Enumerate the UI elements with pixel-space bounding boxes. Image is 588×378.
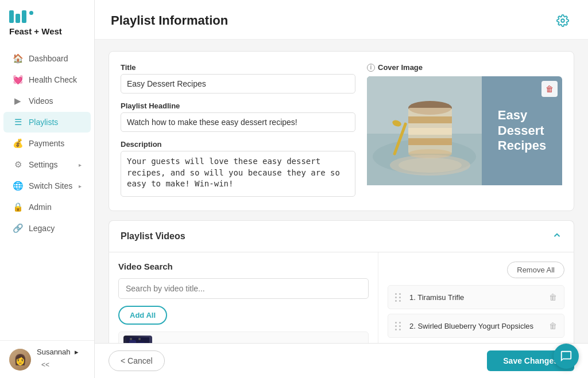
logo-icon <box>9 10 33 23</box>
headline-field: Playlist Headline <box>121 102 355 132</box>
delete-cover-button[interactable]: 🗑 <box>541 81 558 97</box>
user-name: Susannah ▸ <box>37 348 79 356</box>
sidebar-user-section: Susannah ▸ << <box>37 348 79 371</box>
logo-bar-3 <box>22 10 26 23</box>
cover-image-label: i Cover Image <box>367 63 562 72</box>
sidebar-item-settings[interactable]: ⚙ Settings ▸ <box>3 154 91 175</box>
title-label: Title <box>121 63 355 72</box>
sidebar-footer: 👩 Susannah ▸ << <box>0 340 94 378</box>
sidebar-item-label: Admin <box>29 202 52 212</box>
main-header: Playlist Information <box>95 0 588 40</box>
content-area: Title Playlist Headline Description Your… <box>95 40 588 378</box>
main-content: Playlist Information Title Playlist Head… <box>95 0 588 378</box>
logo-bar-2 <box>16 14 20 23</box>
playlist-videos-header: Playlist Videos <box>109 220 574 252</box>
video-search-input[interactable] <box>118 278 369 299</box>
list-item: 1. Tiramisu Trifle 🗑 <box>388 285 564 309</box>
globe-icon: 🌐 <box>13 181 23 191</box>
sidebar-item-playlists[interactable]: ☰ Playlists <box>3 112 91 133</box>
avatar: 👩 <box>9 349 31 371</box>
description-field: Description Your guests will love these … <box>121 140 355 199</box>
sidebar-item-switch-sites[interactable]: 🌐 Switch Sites ▸ <box>3 176 91 196</box>
avatar-image: 👩 <box>9 349 31 371</box>
cover-photo-left <box>367 76 482 185</box>
sidebar-item-legacy[interactable]: 🔗 Legacy <box>3 218 91 239</box>
svg-rect-8 <box>408 128 452 135</box>
svg-point-18 <box>138 338 141 340</box>
cover-image-area: i Cover Image <box>367 63 562 199</box>
description-label: Description <box>121 140 355 149</box>
logo-dot <box>29 11 33 15</box>
playlist-icon: ☰ <box>13 117 23 127</box>
sidebar-item-dashboard[interactable]: 🏠 Dashboard <box>3 48 91 69</box>
playlist-info-card: Title Playlist Headline Description Your… <box>109 51 574 211</box>
page-footer: < Cancel Save Changes <box>95 343 588 378</box>
svg-rect-7 <box>408 116 452 123</box>
chevron-right-icon: ▸ <box>79 183 82 189</box>
sidebar-item-videos[interactable]: ▶ Videos <box>3 91 91 111</box>
collapse-button[interactable]: << <box>37 358 79 371</box>
logo-bar-1 <box>9 10 14 23</box>
sidebar-nav: 🏠 Dashboard 💓 Health Check ▶ Videos ☰ Pl… <box>0 43 94 340</box>
sidebar-item-label: Playlists <box>29 118 58 127</box>
headline-input[interactable] <box>121 112 355 132</box>
svg-point-13 <box>399 158 462 173</box>
playlist-videos-title: Playlist Videos <box>121 231 185 241</box>
settings-gear-button[interactable] <box>554 11 572 30</box>
sidebar-item-label: Videos <box>29 96 53 106</box>
headline-label: Playlist Headline <box>121 102 355 110</box>
sidebar-item-payments[interactable]: 💰 Payments <box>3 133 91 154</box>
video-list-item-name: 2. Swirled Blueberry Yogurt Popsicles <box>409 322 541 330</box>
delete-video-button[interactable]: 🗑 <box>547 291 559 303</box>
drag-handle[interactable] <box>393 292 404 303</box>
cover-image-inner: Easy Dessert Recipes <box>367 76 562 185</box>
sidebar-item-label: Payments <box>29 139 64 148</box>
sidebar-item-label: Switch Sites <box>29 181 72 190</box>
svg-point-0 <box>561 19 564 22</box>
dessert-photo <box>367 76 482 185</box>
home-icon: 🏠 <box>13 53 23 64</box>
delete-video-button[interactable]: 🗑 <box>547 320 559 332</box>
drag-handle[interactable] <box>393 321 404 332</box>
video-search-title: Video Search <box>118 262 369 271</box>
list-item: 2. Swirled Blueberry Yogurt Popsicles 🗑 <box>388 314 564 338</box>
description-textarea[interactable]: Your guests will love these easy dessert… <box>121 151 355 197</box>
link-icon: 🔗 <box>13 223 23 233</box>
app-title: Feast + West <box>9 26 62 36</box>
add-all-button[interactable]: Add All <box>118 306 167 325</box>
video-list-item-name: 1. Tiramisu Trifle <box>409 293 541 302</box>
info-icon: i <box>367 64 375 72</box>
logo-bars <box>9 10 33 23</box>
sidebar-item-label: Dashboard <box>29 54 68 63</box>
remove-all-button[interactable]: Remove All <box>507 262 564 278</box>
title-input[interactable] <box>121 74 355 93</box>
svg-rect-9 <box>408 138 452 145</box>
sidebar-logo: Feast + West <box>0 0 94 43</box>
sidebar-item-admin[interactable]: 🔒 Admin <box>3 197 91 217</box>
health-icon: 💓 <box>13 75 23 85</box>
cancel-button[interactable]: < Cancel <box>109 350 165 371</box>
playlist-info-grid: Title Playlist Headline Description Your… <box>121 63 562 199</box>
sidebar-item-label: Settings <box>29 160 58 169</box>
video-list-items: 1. Tiramisu Trifle 🗑 <box>388 285 564 338</box>
collapse-section-button[interactable] <box>552 230 562 243</box>
video-icon: ▶ <box>13 96 23 106</box>
svg-point-17 <box>130 338 132 340</box>
cover-image-preview: Easy Dessert Recipes 🗑 <box>367 76 562 199</box>
search-input-wrap <box>118 278 369 299</box>
sidebar-item-label: Legacy <box>29 224 55 233</box>
payment-icon: 💰 <box>13 138 23 149</box>
cover-text-content: Easy Dessert Recipes <box>498 108 546 153</box>
page-title: Playlist Information <box>111 13 228 28</box>
playlist-fields: Title Playlist Headline Description Your… <box>121 63 355 199</box>
sidebar-item-health-check[interactable]: 💓 Health Check <box>3 69 91 90</box>
sidebar-item-label: Health Check <box>29 75 77 84</box>
title-field: Title <box>121 63 355 93</box>
panel-header-row: Remove All <box>388 262 564 278</box>
settings-icon: ⚙ <box>13 159 23 170</box>
chevron-right-icon: ▸ <box>79 162 82 168</box>
lock-icon: 🔒 <box>13 202 23 212</box>
chat-button[interactable] <box>554 344 579 369</box>
sidebar: Feast + West 🏠 Dashboard 💓 Health Check … <box>0 0 95 378</box>
